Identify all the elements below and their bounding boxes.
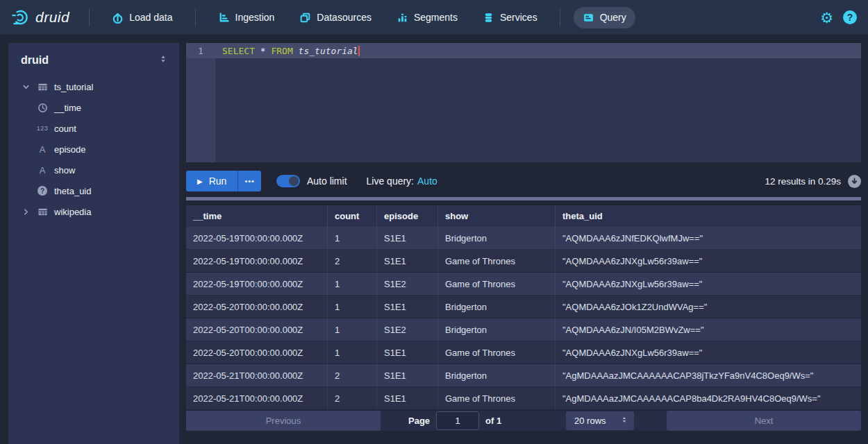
- tree-item-time[interactable]: __time: [8, 97, 179, 118]
- nav-item-label: Query: [600, 12, 626, 23]
- column-header-show[interactable]: show: [438, 205, 556, 227]
- table-row: 2022-05-19T00:00:00.000Z1S1E1Bridgerton"…: [186, 227, 861, 250]
- table-cell[interactable]: 2022-05-21T00:00:00.000Z: [186, 387, 328, 410]
- tree-item-show[interactable]: A show: [8, 160, 179, 180]
- tree-item-theta-uid[interactable]: ? theta_uid: [8, 180, 179, 201]
- table-cell[interactable]: Game of Thrones: [438, 341, 556, 364]
- nav-item-segments[interactable]: Segments: [387, 7, 467, 28]
- results-summary: 12 results in 0.29s: [765, 176, 841, 187]
- table-cell[interactable]: 2022-05-20T00:00:00.000Z: [186, 318, 328, 341]
- schema-header: druid: [8, 43, 179, 76]
- table-cell[interactable]: "AQMDAAA6zJN/I05M2BWvZw==": [556, 318, 861, 341]
- tree-item-ts-tutorial[interactable]: ts_tutorial: [8, 76, 179, 97]
- chevron-down-icon[interactable]: [21, 83, 31, 91]
- table-cell[interactable]: "AQMDAAA6zJNXgLw56r39aw==": [556, 273, 861, 296]
- table-cell[interactable]: Game of Thrones: [438, 273, 556, 296]
- table-cell[interactable]: "AgMDAAAazJMCAAAAAACAP8ba4Dk2RA9HV4C8Oeq…: [556, 387, 861, 410]
- table-cell[interactable]: Game of Thrones: [438, 250, 556, 273]
- nav-item-ingestion[interactable]: Ingestion: [209, 7, 284, 28]
- table-cell[interactable]: 2022-05-19T00:00:00.000Z: [186, 273, 328, 296]
- table-icon: [35, 82, 49, 92]
- druid-logo[interactable]: druid: [11, 8, 69, 27]
- panel-resize-handle[interactable]: [186, 197, 861, 200]
- auto-limit-toggle[interactable]: [276, 175, 300, 187]
- table-cell[interactable]: 2: [328, 250, 377, 273]
- tree-item-label: episode: [54, 144, 86, 155]
- column-header-episode[interactable]: episode: [377, 205, 438, 227]
- nav-item-datasources[interactable]: Datasources: [290, 7, 381, 28]
- sort-double-caret-icon[interactable]: [158, 54, 168, 67]
- ellipsis-icon: •••: [244, 177, 255, 185]
- column-header-count[interactable]: count: [328, 205, 377, 227]
- table-cell[interactable]: Bridgerton: [438, 296, 556, 318]
- table-cell[interactable]: "AQMDAAA6zJNXgLw56r39aw==": [556, 341, 861, 364]
- tree-item-count[interactable]: 123 count: [8, 118, 179, 139]
- nav-item-label: Ingestion: [235, 12, 275, 23]
- table-cell[interactable]: S1E1: [377, 364, 438, 387]
- run-more-button[interactable]: •••: [237, 171, 261, 191]
- next-page-button[interactable]: Next: [667, 411, 861, 431]
- table-cell[interactable]: S1E1: [377, 250, 438, 273]
- sql-editor[interactable]: 1 SELECT * FROM ts_tutorial: [186, 43, 861, 162]
- table-cell[interactable]: 1: [328, 227, 377, 250]
- table-cell[interactable]: S1E1: [377, 387, 438, 410]
- nav-item-services[interactable]: Services: [474, 7, 546, 28]
- table-icon: [35, 207, 49, 217]
- results-table-header: __timecountepisodeshowtheta_uid: [186, 205, 861, 227]
- rows-per-page-select[interactable]: 20 rows: [566, 411, 634, 430]
- download-icon: [851, 178, 858, 185]
- table-cell[interactable]: S1E1: [377, 296, 438, 318]
- table-cell[interactable]: 2022-05-20T00:00:00.000Z: [186, 296, 328, 318]
- tree-item-episode[interactable]: A episode: [8, 139, 179, 160]
- chevron-right-icon[interactable]: [21, 208, 31, 216]
- table-row: 2022-05-20T00:00:00.000Z1S1E1Bridgerton"…: [186, 296, 861, 318]
- string-type-icon: A: [35, 165, 49, 176]
- table-cell[interactable]: 2: [328, 364, 377, 387]
- table-cell[interactable]: "AQMDAAA6zJNfEDKQlwfMJw==": [556, 227, 861, 250]
- table-cell[interactable]: "AQMDAAA6zJOk1Z2UndWVAg==": [556, 296, 861, 318]
- schema-title: druid: [21, 54, 49, 67]
- run-button[interactable]: ▶ Run: [186, 171, 237, 191]
- page-total-label: of 1: [485, 416, 501, 426]
- table-row: 2022-05-20T00:00:00.000Z1S1E2Bridgerton"…: [186, 318, 861, 341]
- table-cell[interactable]: "AgMDAAAazJMCAAAAAACAP38jTkzYFa9nV4C8Oeq…: [556, 364, 861, 387]
- query-workbench: 1 SELECT * FROM ts_tutorial ▶ Run ••• Au…: [186, 43, 861, 444]
- table-cell[interactable]: Bridgerton: [438, 227, 556, 250]
- table-cell[interactable]: S1E1: [377, 341, 438, 364]
- previous-page-button[interactable]: Previous: [186, 411, 381, 431]
- column-header-thetauid[interactable]: theta_uid: [556, 205, 861, 227]
- nav-item-label: Datasources: [317, 12, 372, 23]
- table-cell[interactable]: 1: [328, 296, 377, 318]
- page-number-input[interactable]: [436, 411, 479, 430]
- live-query-value[interactable]: Auto: [417, 176, 437, 187]
- help-icon[interactable]: ?: [843, 10, 857, 24]
- table-cell[interactable]: S1E2: [377, 273, 438, 296]
- editor-active-line[interactable]: 1 SELECT * FROM ts_tutorial: [186, 43, 861, 58]
- tree-item-label: ts_tutorial: [54, 82, 93, 92]
- table-row: 2022-05-19T00:00:00.000Z1S1E2Game of Thr…: [186, 273, 861, 296]
- table-cell[interactable]: 2: [328, 387, 377, 410]
- table-cell[interactable]: 2022-05-21T00:00:00.000Z: [186, 364, 328, 387]
- table-cell[interactable]: Game of Thrones: [438, 387, 556, 410]
- tree-item-label: count: [54, 123, 76, 134]
- nav-item-query[interactable]: Query: [574, 7, 635, 28]
- table-cell[interactable]: 2022-05-19T00:00:00.000Z: [186, 227, 328, 250]
- settings-gear-icon[interactable]: ⚙: [820, 10, 833, 25]
- results-table-body: 2022-05-19T00:00:00.000Z1S1E1Bridgerton"…: [186, 227, 861, 410]
- column-header-time[interactable]: __time: [186, 205, 328, 227]
- table-cell[interactable]: Bridgerton: [438, 364, 556, 387]
- table-cell[interactable]: 1: [328, 273, 377, 296]
- table-cell[interactable]: "AQMDAAA6zJNXgLw56r39aw==": [556, 250, 861, 273]
- table-cell[interactable]: S1E2: [377, 318, 438, 341]
- table-cell[interactable]: 1: [328, 341, 377, 364]
- table-cell[interactable]: 1: [328, 318, 377, 341]
- table-cell[interactable]: 2022-05-20T00:00:00.000Z: [186, 341, 328, 364]
- table-cell[interactable]: Bridgerton: [438, 318, 556, 341]
- nav-item-load-data[interactable]: Load data: [103, 7, 181, 28]
- datasources-icon: [299, 12, 311, 24]
- tree-item-wikipedia[interactable]: wikipedia: [8, 201, 179, 222]
- table-cell[interactable]: S1E1: [377, 227, 438, 250]
- download-results-button[interactable]: [848, 175, 861, 188]
- auto-limit-label: Auto limit: [307, 176, 347, 187]
- table-cell[interactable]: 2022-05-19T00:00:00.000Z: [186, 250, 328, 273]
